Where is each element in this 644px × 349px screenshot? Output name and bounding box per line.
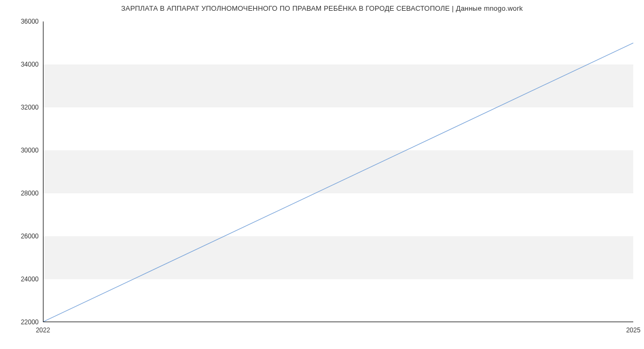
x-tick-label: 2025 [626, 326, 641, 334]
y-tick-label: 28000 [21, 190, 39, 197]
y-tick-label: 24000 [21, 275, 39, 283]
y-tick-label: 22000 [21, 318, 39, 326]
y-tick-label: 36000 [21, 18, 39, 25]
y-tick-label: 34000 [21, 61, 39, 68]
chart-title: ЗАРПЛАТА В АППАРАТ УПОЛНОМОЧЕННОГО ПО ПР… [0, 4, 644, 12]
chart-container: ЗАРПЛАТА В АППАРАТ УПОЛНОМОЧЕННОГО ПО ПР… [0, 0, 644, 349]
data-line [43, 43, 633, 322]
y-tick-label: 30000 [21, 147, 39, 154]
line-layer [43, 21, 633, 322]
y-tick-label: 32000 [21, 104, 39, 111]
x-tick-label: 2022 [36, 326, 50, 334]
plot-area [43, 21, 633, 322]
y-tick-label: 26000 [21, 232, 39, 240]
